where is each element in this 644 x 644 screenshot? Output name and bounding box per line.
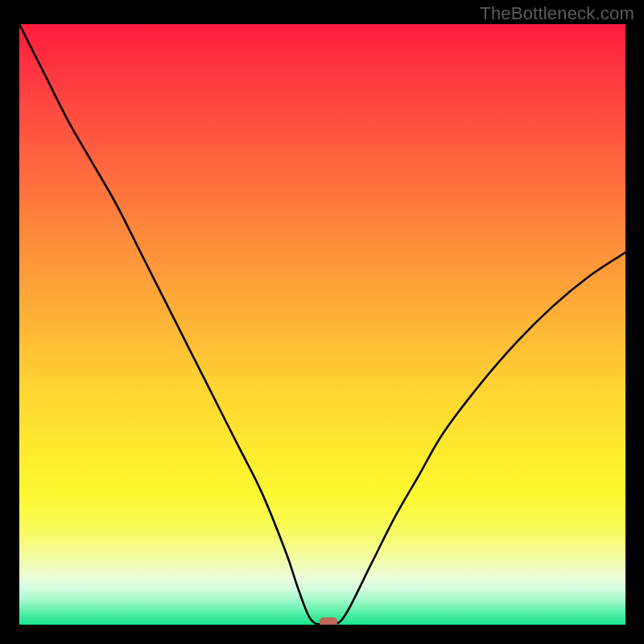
bottleneck-curve xyxy=(19,24,625,625)
chart-frame: TheBottleneck.com xyxy=(0,0,644,644)
watermark-text: TheBottleneck.com xyxy=(480,3,634,24)
optimum-marker xyxy=(320,617,337,625)
curve-layer xyxy=(19,24,625,625)
plot-area xyxy=(19,24,625,625)
